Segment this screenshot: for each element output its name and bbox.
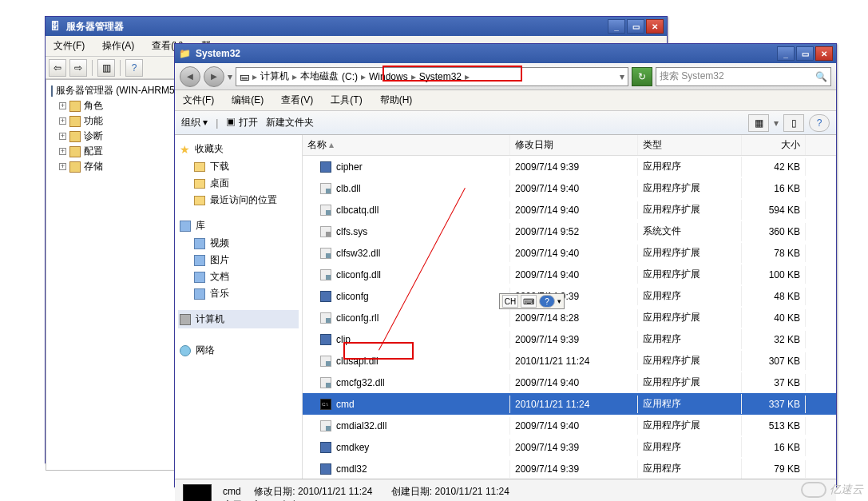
file-type: 应用程序扩展 bbox=[638, 243, 742, 263]
expand-icon[interactable]: + bbox=[59, 148, 66, 155]
addr-dropdown-icon[interactable]: ▾ bbox=[620, 71, 624, 82]
nav-network[interactable]: 网络 bbox=[178, 341, 299, 360]
file-row[interactable]: clfsw32.dll2009/7/14 9:40应用程序扩展78 KB bbox=[303, 242, 836, 264]
breadcrumb-drive[interactable]: 本地磁盘 bbox=[300, 70, 339, 83]
nav-favorites[interactable]: ★收藏夹 bbox=[178, 140, 299, 158]
file-row[interactable]: clusapi.dll2010/11/21 11:24应用程序扩展307 KB bbox=[303, 350, 836, 372]
ime-lang[interactable]: CH bbox=[502, 295, 518, 308]
ime-bar[interactable]: CH ⌨ ? ▾ bbox=[499, 293, 565, 309]
col-size[interactable]: 大小 bbox=[742, 135, 806, 155]
file-row[interactable]: clip2009/7/14 9:39应用程序32 KB bbox=[303, 328, 836, 350]
file-name: cliconfg.rll bbox=[336, 312, 379, 324]
file-row[interactable]: cliconfg.rll2009/7/14 8:28应用程序扩展40 KB bbox=[303, 307, 836, 328]
open-button[interactable]: ▣ 打开 bbox=[226, 116, 257, 129]
toolbar-separator bbox=[92, 60, 93, 76]
file-date: 2009/7/14 9:40 bbox=[510, 374, 638, 392]
expand-icon[interactable]: + bbox=[59, 163, 66, 170]
file-size: 16 KB bbox=[742, 180, 806, 197]
nav-music[interactable]: 音乐 bbox=[178, 285, 299, 302]
menu-action[interactable]: 操作(A) bbox=[97, 38, 139, 54]
preview-pane-button[interactable]: ▯ bbox=[783, 114, 804, 132]
expand-icon[interactable]: + bbox=[59, 133, 66, 140]
refresh-button[interactable]: ↻ bbox=[632, 67, 652, 86]
file-date: 2009/7/14 9:40 bbox=[510, 266, 638, 284]
minimize-button[interactable]: _ bbox=[608, 19, 625, 34]
expand-icon[interactable]: + bbox=[59, 117, 66, 125]
nav-back-button[interactable]: ◄ bbox=[180, 66, 200, 87]
ime-kbd-icon[interactable]: ⌨ bbox=[521, 295, 537, 308]
file-row[interactable]: cmcfg32.dll2009/7/14 9:40应用程序扩展37 KB bbox=[303, 372, 836, 393]
nav-computer[interactable]: 计算机 bbox=[178, 310, 299, 328]
new-folder-button[interactable]: 新建文件夹 bbox=[266, 116, 314, 129]
organize-button[interactable]: 组织 ▾ bbox=[181, 116, 208, 129]
col-date[interactable]: 修改日期 bbox=[510, 135, 638, 155]
menu-help[interactable]: 帮助(H) bbox=[375, 92, 418, 109]
nav-desktop[interactable]: 桌面 bbox=[178, 175, 299, 192]
file-row[interactable]: cmd2010/11/21 11:24应用程序337 KB bbox=[303, 393, 836, 415]
file-list[interactable]: 名称 ▴ 修改日期 类型 大小 cipher2009/7/14 9:39应用程序… bbox=[303, 135, 836, 479]
help-button[interactable]: ? bbox=[809, 114, 830, 132]
file-size: 32 KB bbox=[742, 331, 806, 348]
library-icon bbox=[180, 221, 191, 232]
columns-button[interactable]: ▥ bbox=[97, 59, 115, 77]
file-row[interactable]: clfs.sys2009/7/14 9:52系统文件360 KB bbox=[303, 221, 836, 242]
menu-edit[interactable]: 编辑(E) bbox=[227, 92, 268, 109]
ime-help[interactable]: ? bbox=[539, 295, 555, 308]
nav-documents[interactable]: 文档 bbox=[178, 268, 299, 285]
file-row[interactable]: cliconfg2009/7/14 9:39应用程序48 KB bbox=[303, 285, 836, 307]
view-mode-button[interactable]: ▦ bbox=[748, 114, 769, 132]
file-row[interactable]: cmdl322009/7/14 9:39应用程序79 KB bbox=[303, 458, 836, 479]
search-input[interactable]: 搜索 System32 🔍 bbox=[656, 67, 831, 86]
nav-downloads[interactable]: 下载 bbox=[178, 158, 299, 175]
nav-recent[interactable]: 最近访问的位置 bbox=[178, 192, 299, 209]
expand-icon[interactable]: + bbox=[59, 102, 66, 109]
back-button[interactable]: ⇦ bbox=[49, 59, 66, 77]
nav-libraries[interactable]: 库 bbox=[178, 217, 299, 235]
file-date: 2009/7/14 9:40 bbox=[510, 417, 638, 435]
breadcrumb-computer[interactable]: 计算机 bbox=[260, 70, 289, 83]
breadcrumb-drive-letter[interactable]: (C:) bbox=[342, 71, 358, 82]
tree-node-storage[interactable]: +存储 bbox=[50, 159, 192, 174]
file-row[interactable]: cipher2009/7/14 9:39应用程序42 KB bbox=[303, 156, 836, 177]
search-icon[interactable]: 🔍 bbox=[815, 71, 827, 82]
file-row[interactable]: clb.dll2009/7/14 9:40应用程序扩展16 KB bbox=[303, 177, 836, 199]
minimize-button[interactable]: _ bbox=[777, 46, 795, 61]
tree-node-config[interactable]: +配置 bbox=[50, 144, 192, 159]
nav-videos[interactable]: 视频 bbox=[178, 235, 299, 252]
ime-drop-icon[interactable]: ▾ bbox=[557, 297, 561, 305]
nav-pane[interactable]: ★收藏夹 下载 桌面 最近访问的位置 库 视频 图片 文档 音乐 计算机 网络 bbox=[175, 135, 303, 479]
tree-node-roles[interactable]: +角色 bbox=[50, 98, 192, 113]
help-button[interactable]: ? bbox=[125, 59, 143, 77]
maximize-button[interactable]: ▭ bbox=[796, 46, 814, 61]
address-bar[interactable]: 🖴 ▸ 计算机 ▸ 本地磁盘 (C:) ▸ Windows ▸ System32… bbox=[236, 67, 628, 86]
file-row[interactable]: cliconfg.dll2009/7/14 9:40应用程序扩展100 KB bbox=[303, 264, 836, 285]
menu-view[interactable]: 查看(V) bbox=[276, 92, 318, 109]
server-mgr-titlebar[interactable]: 🗄 服务器管理器 _ ▭ ✕ bbox=[46, 17, 667, 36]
tree-node-diag[interactable]: +诊断 bbox=[50, 129, 192, 144]
server-mgr-tree[interactable]: 服务器管理器 (WIN-AHRM50C7A0 +角色 +功能 +诊断 +配置 +… bbox=[46, 79, 196, 471]
menu-file[interactable]: 文件(F) bbox=[178, 92, 219, 109]
close-button[interactable]: ✕ bbox=[646, 19, 664, 34]
breadcrumb-system32[interactable]: System32 bbox=[419, 71, 462, 82]
col-name[interactable]: 名称 ▴ bbox=[303, 135, 510, 155]
fwd-button[interactable]: ⇨ bbox=[69, 59, 87, 77]
open-icon: ▣ bbox=[226, 117, 236, 128]
file-row[interactable]: cmdkey2009/7/14 9:39应用程序16 KB bbox=[303, 436, 836, 458]
maximize-button[interactable]: ▭ bbox=[627, 19, 644, 34]
file-size: 40 KB bbox=[742, 309, 806, 327]
menu-file[interactable]: 文件(F) bbox=[49, 38, 89, 54]
menu-tools[interactable]: 工具(T) bbox=[326, 92, 367, 109]
explorer-titlebar[interactable]: 📁 System32 _ ▭ ✕ bbox=[175, 44, 836, 63]
breadcrumb-windows[interactable]: Windows bbox=[369, 71, 408, 82]
file-row[interactable]: cmdial32.dll2009/7/14 9:40应用程序扩展513 KB bbox=[303, 415, 836, 436]
close-button[interactable]: ✕ bbox=[815, 46, 833, 61]
computer-icon bbox=[180, 314, 191, 325]
col-type[interactable]: 类型 bbox=[638, 135, 742, 155]
tree-node-features[interactable]: +功能 bbox=[50, 113, 192, 129]
nav-fwd-button[interactable]: ► bbox=[204, 66, 224, 87]
tree-root[interactable]: 服务器管理器 (WIN-AHRM50C7A0 bbox=[50, 83, 192, 98]
view-drop-icon[interactable]: ▾ bbox=[774, 117, 779, 129]
nav-history-drop[interactable]: ▾ bbox=[228, 71, 232, 82]
nav-pictures[interactable]: 图片 bbox=[178, 252, 299, 268]
file-row[interactable]: clbcatq.dll2009/7/14 9:40应用程序扩展594 KB bbox=[303, 199, 836, 221]
